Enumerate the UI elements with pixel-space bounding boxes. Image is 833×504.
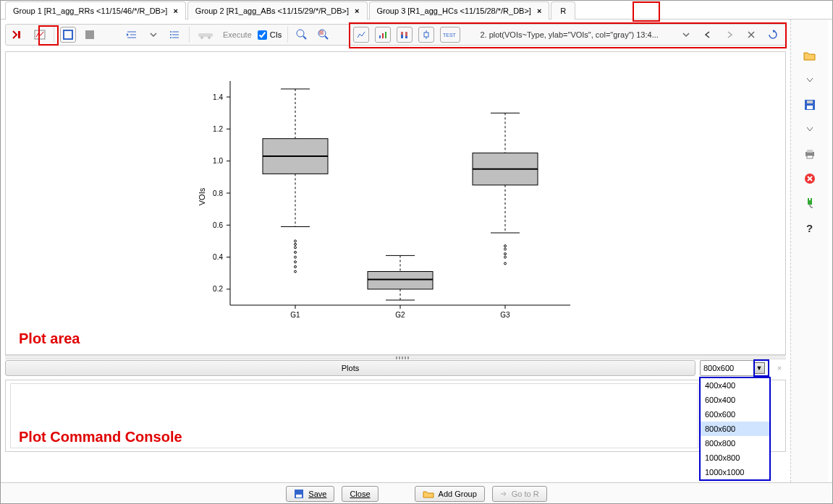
help-icon[interactable]: ?	[803, 221, 817, 235]
size-combo[interactable]: 800x600 ▼ 400x400 600x400 600x600 800x60…	[700, 360, 769, 376]
size-option[interactable]: 800x600	[701, 422, 769, 436]
save-icon[interactable]	[803, 98, 817, 112]
svg-text:TEST: TEST	[443, 33, 457, 38]
chevron-down-icon[interactable]	[803, 122, 817, 137]
svg-text:1.4: 1.4	[213, 93, 223, 101]
svg-point-86	[504, 248, 507, 250]
svg-rect-97	[808, 200, 812, 205]
size-option[interactable]: 600x600	[701, 407, 769, 422]
svg-point-87	[504, 245, 507, 247]
close-icon[interactable]: ×	[537, 7, 541, 15]
close-icon[interactable]: ×	[773, 362, 786, 375]
svg-text:0.4: 0.4	[213, 253, 223, 261]
print-icon[interactable]	[803, 147, 817, 161]
svg-rect-0	[18, 31, 20, 38]
history-prev-icon[interactable]	[700, 27, 716, 43]
history-next-icon	[722, 27, 737, 43]
svg-point-85	[504, 253, 507, 255]
svg-point-12	[170, 37, 172, 38]
close-button[interactable]: Close	[342, 486, 378, 502]
svg-rect-23	[385, 32, 386, 38]
footer-bar: Save Close Add Group Go to R	[1, 482, 832, 504]
svg-rect-13	[198, 33, 213, 37]
console-panel: Plot Command Console	[5, 380, 786, 452]
tab-group2[interactable]: Group 2 [R1_agg_ABs <11/15/29/*/R_DB>] ×	[187, 1, 368, 20]
checkbox-input[interactable]	[258, 30, 267, 40]
tab-r[interactable]: R	[551, 1, 575, 20]
chart-bar-icon[interactable]	[375, 27, 391, 43]
save-button[interactable]: Save	[286, 486, 334, 502]
plots-button[interactable]: Plots	[5, 360, 695, 376]
box-g1	[263, 89, 328, 273]
size-option[interactable]: 400x400	[701, 378, 769, 393]
single-pane-icon[interactable]	[60, 27, 76, 43]
add-group-button[interactable]: Add Group	[415, 486, 485, 502]
chevron-down-icon[interactable]	[145, 27, 161, 43]
folder-open-icon[interactable]	[803, 48, 817, 63]
svg-line-19	[325, 36, 328, 39]
zoom-region-icon[interactable]	[316, 27, 331, 43]
close-icon[interactable]: ×	[173, 7, 177, 15]
svg-text:1.2: 1.2	[213, 125, 223, 133]
toolbar: Execute CIs TEST 2. plot(VOIs~Type, ylab…	[5, 24, 786, 46]
cis-checkbox[interactable]: CIs	[258, 30, 282, 40]
svg-point-70	[295, 240, 297, 242]
svg-point-68	[295, 247, 297, 249]
execute-label: Execute	[223, 30, 252, 39]
size-dropdown[interactable]: 400x400 600x400 600x600 800x600 800x800 …	[699, 377, 771, 481]
svg-point-83	[504, 262, 507, 265]
size-option[interactable]: 800x800	[701, 436, 769, 450]
close-icon[interactable]: ×	[355, 7, 359, 15]
plot-panel: 0.2 0.4 0.6 0.8 1.0 1.2 1.4 VOIs G1 G2 G…	[5, 51, 786, 355]
tab-group3[interactable]: Group 3 [R1_agg_HCs <11/15/28/*/R_DB>] ×	[369, 1, 550, 20]
svg-rect-93	[807, 155, 813, 158]
cis-label: CIs	[270, 30, 282, 39]
svg-text:VOIs: VOIs	[198, 187, 206, 205]
chart-line-icon[interactable]	[353, 27, 369, 43]
error-icon[interactable]	[803, 171, 817, 186]
size-option[interactable]: 600x400	[701, 393, 769, 407]
tab-bar: Group 1 [R1_agg_RRs <11/15/46/*/R_DB>] ×…	[1, 1, 832, 20]
svg-point-14	[200, 36, 203, 39]
plug-icon[interactable]	[803, 196, 817, 210]
chevron-down-icon[interactable]: ▼	[753, 362, 765, 374]
test-icon[interactable]: TEST	[440, 27, 460, 43]
svg-point-69	[295, 243, 297, 245]
chart-stacked-icon[interactable]	[397, 27, 413, 43]
svg-rect-25	[401, 35, 403, 38]
svg-rect-89	[807, 106, 813, 109]
tab-label: Group 2 [R1_agg_ABs <11/15/29/*/R_DB>]	[195, 7, 349, 15]
size-option[interactable]: 1000x1000	[701, 465, 769, 479]
save-label: Save	[308, 490, 326, 498]
svg-point-66	[295, 256, 297, 258]
annotation-label: Plot area	[19, 330, 80, 347]
plots-bar: Plots 800x600 ▼ 400x400 600x400 600x600 …	[5, 359, 786, 377]
svg-point-63	[295, 270, 297, 273]
chevron-down-icon[interactable]	[803, 73, 817, 87]
svg-text:0.6: 0.6	[213, 221, 223, 229]
svg-point-84	[504, 256, 507, 258]
svg-point-64	[295, 265, 297, 268]
svg-rect-2	[64, 30, 72, 39]
chart-box-icon[interactable]	[418, 27, 434, 43]
multi-pane-icon[interactable]	[82, 27, 98, 43]
arrow-right-icon	[500, 490, 507, 497]
svg-point-65	[295, 261, 297, 263]
plot-mode-icon[interactable]	[32, 27, 48, 43]
prompt-icon[interactable]	[10, 27, 26, 43]
box-g3	[473, 113, 538, 265]
svg-point-10	[170, 31, 172, 33]
svg-text:0.8: 0.8	[213, 189, 223, 197]
list-icon[interactable]	[167, 27, 183, 43]
refresh-icon[interactable]	[765, 27, 781, 43]
gotor-label: Go to R	[512, 490, 539, 498]
history-text: 2. plot(VOIs~Type, ylab="VOIs", col="gra…	[466, 30, 672, 39]
indent-icon[interactable]	[124, 27, 140, 43]
tab-group1[interactable]: Group 1 [R1_agg_RRs <11/15/46/*/R_DB>] ×	[5, 1, 186, 20]
zoom-in-icon[interactable]	[294, 27, 310, 43]
svg-rect-73	[368, 272, 433, 289]
close-icon[interactable]	[743, 27, 759, 43]
size-option[interactable]: 1000x800	[701, 450, 769, 465]
svg-rect-21	[379, 35, 381, 38]
chevron-down-icon[interactable]	[678, 27, 694, 43]
